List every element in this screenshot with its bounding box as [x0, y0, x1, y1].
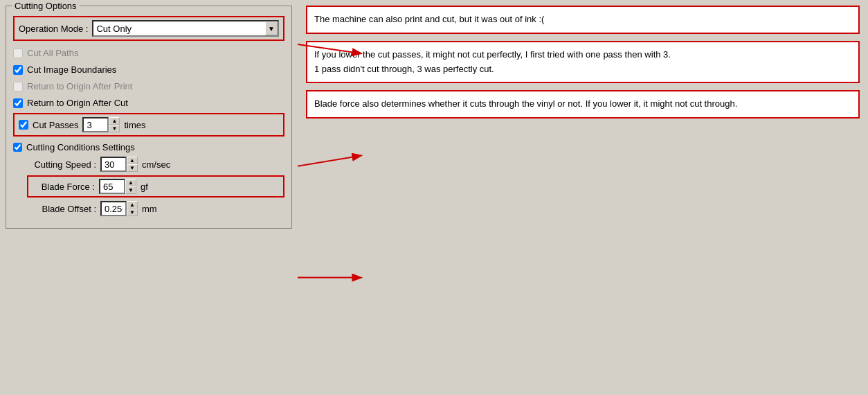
blade-force-row: Blade Force : ▲ ▼ gf	[27, 175, 284, 198]
conditions-header: Cutting Conditions Settings	[13, 142, 284, 152]
blade-offset-spin-buttons: ▲ ▼	[127, 201, 138, 216]
conditions-label: Cutting Conditions Settings	[26, 142, 135, 152]
blade-force-input[interactable]	[99, 179, 125, 194]
operation-mode-label: Operation Mode :	[19, 24, 88, 34]
cut-passes-unit: times	[124, 120, 145, 130]
blade-force-spinbox: ▲ ▼	[99, 179, 136, 194]
cut-passes-spinbox: ▲ ▼	[82, 117, 120, 132]
cut-passes-row: Cut Passes ▲ ▼ times	[13, 113, 284, 137]
blade-force-spin-up[interactable]: ▲	[125, 179, 136, 186]
cutting-speed-spin-down[interactable]: ▼	[127, 164, 138, 172]
callout-box-1: The machine can also print and cut, but …	[306, 6, 860, 34]
cut-passes-spin-buttons: ▲ ▼	[109, 117, 120, 132]
cut-all-paths-label: Cut All Paths	[27, 48, 78, 58]
return-origin-print-label: Return to Origin After Print	[27, 81, 132, 91]
return-origin-cut-checkbox[interactable]	[13, 98, 23, 108]
callout-box-3: Blade force also determines whether it c…	[306, 90, 860, 119]
cut-all-paths-checkbox[interactable]	[13, 49, 23, 58]
cut-passes-checkbox[interactable]	[19, 120, 28, 130]
svg-line-1	[298, 156, 360, 166]
cutting-speed-spinbox: ▲ ▼	[100, 157, 138, 172]
return-origin-print-checkbox[interactable]	[13, 82, 23, 91]
operation-mode-select[interactable]: Cut Only Print and Cut Cut by Color	[92, 20, 279, 37]
operation-mode-row: Operation Mode : Cut Only Print and Cut …	[13, 16, 284, 41]
blade-force-label: Blade Force :	[33, 182, 95, 192]
blade-offset-row: Blade Offset : ▲ ▼ mm	[27, 201, 284, 216]
conditions-fields: Cutting Speed : ▲ ▼ cm/sec Blade Force :	[27, 157, 284, 216]
conditions-checkbox[interactable]	[13, 143, 22, 152]
cut-passes-input[interactable]	[82, 117, 109, 132]
blade-offset-label: Blade Offset :	[27, 204, 96, 214]
cutting-speed-row: Cutting Speed : ▲ ▼ cm/sec	[27, 157, 284, 172]
blade-force-unit: gf	[141, 182, 148, 192]
cutting-speed-unit: cm/sec	[142, 159, 170, 170]
right-panel: The machine can also print and cut, but …	[298, 0, 868, 395]
callout-text-1: The machine can also print and cut, but …	[314, 14, 544, 24]
group-legend: Cutting Options	[12, 1, 80, 11]
return-origin-cut-row: Return to Origin After Cut	[13, 96, 284, 109]
cutting-speed-label: Cutting Speed :	[27, 159, 96, 170]
cutting-speed-spin-up[interactable]: ▲	[127, 157, 138, 164]
cutting-options-group: Cutting Options Operation Mode : Cut Onl…	[6, 6, 292, 229]
cut-image-boundaries-row: Cut Image Boundaries	[13, 63, 284, 76]
cut-passes-spin-down[interactable]: ▼	[109, 125, 120, 132]
return-origin-print-row: Return to Origin After Print	[13, 80, 284, 93]
blade-offset-spin-down[interactable]: ▼	[127, 209, 138, 216]
return-origin-cut-label: Return to Origin After Cut	[27, 98, 128, 108]
callout-box-2: If you lower the cut passes, it might no…	[306, 41, 860, 84]
cutting-speed-spin-buttons: ▲ ▼	[127, 157, 138, 172]
blade-force-spin-down[interactable]: ▼	[125, 186, 136, 194]
blade-force-spin-buttons: ▲ ▼	[125, 179, 136, 194]
blade-offset-input[interactable]	[100, 201, 127, 216]
cutting-speed-input[interactable]	[100, 157, 127, 172]
callout-text-2: If you lower the cut passes, it might no…	[314, 49, 671, 74]
cut-image-boundaries-checkbox[interactable]	[13, 65, 23, 75]
left-panel: Cutting Options Operation Mode : Cut Onl…	[0, 0, 298, 395]
blade-offset-spinbox: ▲ ▼	[100, 201, 138, 216]
cut-all-paths-row: Cut All Paths	[13, 46, 284, 60]
cut-passes-label: Cut Passes	[33, 120, 78, 130]
conditions-section: Cutting Conditions Settings Cutting Spee…	[13, 142, 284, 216]
operation-mode-select-wrapper: Cut Only Print and Cut Cut by Color ▼	[92, 20, 279, 37]
blade-offset-unit: mm	[142, 204, 157, 214]
cut-passes-spin-up[interactable]: ▲	[109, 117, 120, 125]
cut-image-boundaries-label: Cut Image Boundaries	[27, 64, 116, 75]
blade-offset-spin-up[interactable]: ▲	[127, 201, 138, 209]
callout-text-3: Blade force also determines whether it c…	[314, 98, 737, 109]
